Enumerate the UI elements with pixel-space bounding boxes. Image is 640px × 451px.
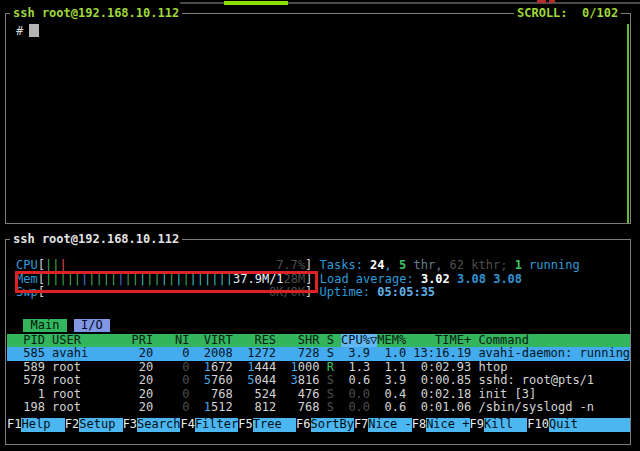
fkey-key-f6[interactable]: F6 bbox=[296, 418, 310, 432]
pane-htop-title: ssh root@192.168.10.112 bbox=[10, 233, 182, 246]
fkey-key-f9[interactable]: F9 bbox=[470, 418, 484, 432]
fkey-key-f8[interactable]: F8 bbox=[412, 418, 426, 432]
fkey-key-f4[interactable]: F4 bbox=[180, 418, 194, 432]
fkey-action-kill[interactable]: Kill bbox=[484, 418, 527, 432]
htop-tabs[interactable]: Main I/O bbox=[7, 319, 630, 333]
pane-shell-border bbox=[5, 13, 631, 224]
fkey-key-f3[interactable]: F3 bbox=[123, 418, 137, 432]
annotation-red-box bbox=[15, 271, 318, 293]
fkey-action-quit[interactable]: Quit bbox=[549, 418, 630, 432]
video-progress-marker bbox=[549, 0, 555, 3]
table-row[interactable]: 589 root 20 0 1672 1444 1000 R 1.3 1.1 0… bbox=[7, 361, 630, 375]
fkey-key-f5[interactable]: F5 bbox=[238, 418, 252, 432]
scrollbar[interactable] bbox=[627, 24, 629, 223]
fkey-action-help[interactable]: Help bbox=[21, 418, 64, 432]
fkey-action-search[interactable]: Search bbox=[137, 418, 180, 432]
table-row[interactable]: 1 root 20 0 768 524 476 S 0.0 0.4 0:02.1… bbox=[7, 388, 630, 402]
table-row[interactable]: 585 avahi 20 0 2008 1272 728 S 3.9 1.0 1… bbox=[7, 347, 630, 361]
table-row[interactable]: 578 root 20 0 5760 5044 3816 S 0.6 3.9 0… bbox=[7, 374, 630, 388]
fkey-action-filter[interactable]: Filter bbox=[195, 418, 238, 432]
fkey-action-tree[interactable]: Tree bbox=[253, 418, 296, 432]
text-cursor bbox=[29, 24, 39, 37]
video-progress-marker bbox=[537, 0, 546, 3]
shell-prompt[interactable]: # bbox=[16, 24, 23, 38]
fkey-key-f10[interactable]: F10 bbox=[527, 418, 549, 432]
fkey-action-nice-[interactable]: Nice - bbox=[368, 418, 411, 432]
fkey-action-sortby[interactable]: SortBy bbox=[311, 418, 354, 432]
terminal-screen: { "colors": { "pane_border": "#7e7e7e", … bbox=[0, 0, 640, 451]
fkey-bar: F1Help F2Setup F3SearchF4FilterF5Tree F6… bbox=[7, 418, 630, 432]
video-progress-bar bbox=[224, 1, 288, 5]
fkey-action-setup[interactable]: Setup bbox=[79, 418, 122, 432]
scroll-indicator: SCROLL: 0/102 bbox=[514, 7, 621, 20]
pane-shell-title: ssh root@192.168.10.112 bbox=[10, 7, 182, 20]
process-table-header[interactable]: PID USER PRI NI VIRT RES SHR S CPU%▽MEM%… bbox=[7, 334, 630, 348]
fkey-key-f1[interactable]: F1 bbox=[7, 418, 21, 432]
fkey-key-f2[interactable]: F2 bbox=[65, 418, 79, 432]
table-row[interactable]: 198 root 20 0 1512 812 768 S 0.0 0.6 0:0… bbox=[7, 401, 630, 415]
fkey-action-nice-[interactable]: Nice + bbox=[426, 418, 469, 432]
process-table: 585 avahi 20 0 2008 1272 728 S 3.9 1.0 1… bbox=[7, 347, 630, 415]
fkey-key-f7[interactable]: F7 bbox=[354, 418, 368, 432]
